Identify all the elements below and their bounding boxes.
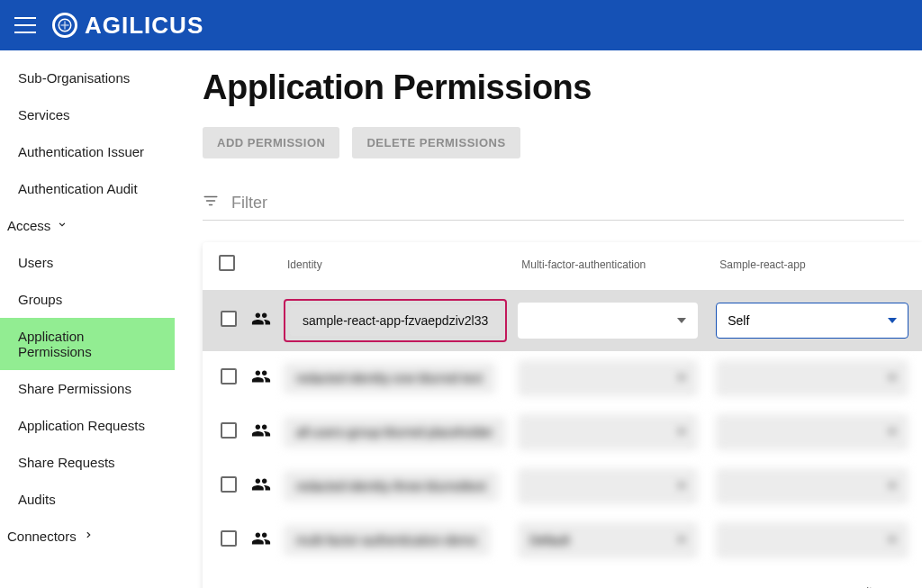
app-select[interactable] [716,360,908,396]
row-checkbox[interactable] [221,530,237,547]
filter-label: Filter [231,194,267,213]
sidebar-group-connectors[interactable]: Connectors [0,518,175,555]
app-select[interactable]: Self [716,303,908,339]
group-icon [251,374,271,389]
identity-highlight: sample-react-app-fzvaepdziv2l33 [284,299,507,342]
identity-chip[interactable]: multi-factor-authentication-demo [284,525,490,556]
identity-chip[interactable]: sample-react-app-fzvaepdziv2l33 [290,305,501,336]
dropdown-caret-icon [677,430,686,435]
mfa-select[interactable] [518,360,698,396]
select-all-checkbox[interactable] [219,255,235,271]
row-checkbox[interactable] [221,476,237,493]
sidebar: Sub-Organisations Services Authenticatio… [0,50,176,588]
column-header-identity: Identity [278,242,512,290]
column-header-mfa: Multi-factor-authentication [512,242,710,290]
page-title: Application Permissions [203,68,922,107]
identity-chip[interactable]: all-users-group-blurred-placeholder [284,417,506,448]
sidebar-item-authentication-audit[interactable]: Authentication Audit [0,170,175,207]
dropdown-caret-icon [888,538,897,543]
dropdown-caret-icon [888,318,897,323]
add-permission-button[interactable]: ADD PERMISSION [203,127,339,158]
group-icon [251,482,271,497]
row-checkbox[interactable] [221,311,237,327]
mfa-select[interactable]: Default [518,522,698,558]
brand-logo[interactable]: AGILICUS [52,12,203,40]
sidebar-item-authentication-issuer[interactable]: Authentication Issuer [0,133,175,170]
sidebar-item-application-requests[interactable]: Application Requests [0,407,175,444]
dropdown-caret-icon [677,484,686,489]
sidebar-group-access-label: Access [7,218,50,233]
delete-permissions-button[interactable]: DELETE PERMISSIONS [352,127,520,158]
app-select[interactable] [716,414,908,450]
sidebar-item-services[interactable]: Services [0,96,175,133]
group-icon [251,428,271,443]
group-icon [251,536,271,551]
dropdown-caret-icon [888,430,897,435]
main-content: Application Permissions ADD PERMISSION D… [176,50,922,588]
app-select[interactable] [716,522,908,558]
filter-bar[interactable]: Filter [203,193,904,221]
table-footer: Items per [203,567,922,588]
brand-name: AGILICUS [85,12,203,40]
mfa-select[interactable] [518,468,698,504]
identity-chip[interactable]: redacted-identity-three-blurredtext [284,471,499,502]
sidebar-group-connectors-label: Connectors [7,529,77,544]
sidebar-group-access[interactable]: Access [0,207,175,244]
brand-compass-icon [52,13,77,38]
app-bar: AGILICUS [0,0,922,50]
sidebar-item-users[interactable]: Users [0,244,175,281]
dropdown-caret-icon [677,538,686,543]
row-checkbox[interactable] [221,368,237,384]
sidebar-item-groups[interactable]: Groups [0,281,175,318]
table-row: redacted-identity-three-blurredtext [203,459,922,513]
dropdown-caret-icon [677,318,686,323]
app-select[interactable] [716,468,908,504]
sidebar-item-share-requests[interactable]: Share Requests [0,444,175,481]
dropdown-caret-icon [677,375,686,381]
mfa-select[interactable] [518,414,698,450]
menu-icon[interactable] [14,17,36,33]
sidebar-item-audits[interactable]: Audits [0,481,175,518]
sidebar-item-application-permissions[interactable]: Application Permissions [0,318,175,370]
table-row: sample-react-app-fzvaepdziv2l33 Self [203,290,922,351]
filter-list-icon [203,193,219,213]
permissions-table: Identity Multi-factor-authentication Sam… [203,242,922,588]
group-icon [251,316,271,331]
row-checkbox[interactable] [221,422,237,439]
table-row: all-users-group-blurred-placeholder [203,405,922,459]
chevron-right-icon [82,529,95,544]
dropdown-caret-icon [888,375,897,381]
sidebar-item-sub-organisations[interactable]: Sub-Organisations [0,59,175,96]
dropdown-caret-icon [888,484,897,489]
sidebar-item-share-permissions[interactable]: Share Permissions [0,370,175,407]
table-row: multi-factor-authentication-demo Default [203,513,922,567]
mfa-select[interactable] [518,303,698,339]
identity-chip[interactable]: redacted-identity-one-blurred-text [284,363,495,394]
table-row: redacted-identity-one-blurred-text [203,351,922,405]
chevron-down-icon [56,218,68,233]
column-header-app: Sample-react-app [710,242,922,290]
